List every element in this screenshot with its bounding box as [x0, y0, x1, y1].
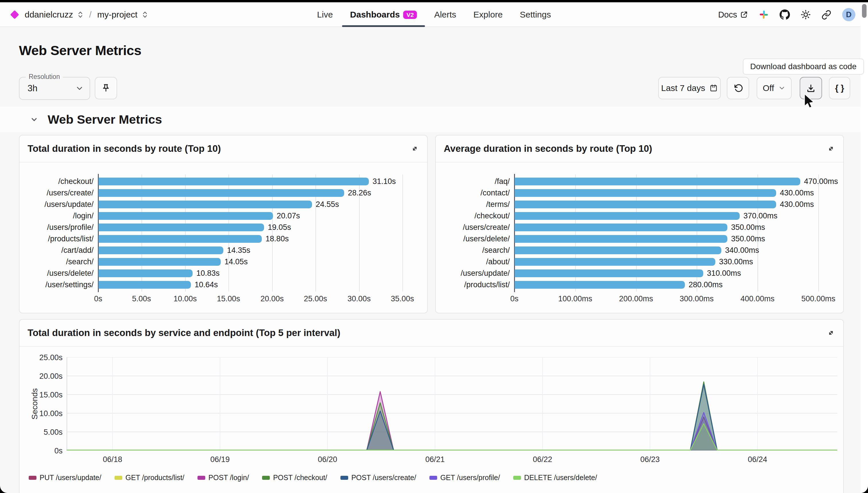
bar[interactable] — [99, 270, 193, 277]
legend-item[interactable]: GET /users/profile/ — [429, 473, 500, 482]
github-icon[interactable] — [780, 9, 790, 20]
bar-value-label: 20.07s — [277, 212, 300, 220]
project-switcher[interactable]: my-project — [97, 10, 137, 20]
area-chart-duration-timeseries[interactable]: Seconds25.00s20.00s15.00s10.00s5.00s0s06… — [27, 347, 836, 493]
resolution-value: 3h — [27, 83, 37, 93]
refresh-icon — [733, 84, 743, 93]
external-link-icon — [740, 10, 748, 19]
bar[interactable] — [515, 212, 740, 220]
legend-item[interactable]: POST /checkout/ — [262, 473, 327, 482]
bar[interactable] — [99, 235, 262, 243]
download-icon — [806, 84, 816, 93]
bar[interactable] — [99, 212, 273, 220]
area-series-3[interactable] — [67, 382, 837, 451]
bar[interactable] — [99, 258, 221, 266]
x-tick-label: 06/20 — [318, 455, 337, 464]
resolution-select[interactable]: Resolution 3h — [19, 77, 90, 100]
bar[interactable] — [515, 258, 715, 266]
pin-dashboard-button[interactable] — [95, 77, 117, 99]
legend-label: POST /users/create/ — [351, 473, 416, 482]
legend-item[interactable]: DELETE /users/delete/ — [513, 473, 597, 482]
expand-panel-icon[interactable] — [410, 144, 419, 153]
slack-icon[interactable] — [759, 10, 769, 20]
bar-chart-total-duration[interactable]: 0s5.00s10.00s15.00s20.00s25.00s30.00s35.… — [27, 163, 420, 313]
legend-item[interactable]: GET /products/list/ — [114, 473, 184, 482]
calendar-icon — [709, 84, 718, 92]
tab-settings[interactable]: Settings — [520, 2, 551, 27]
refresh-button[interactable] — [727, 77, 749, 99]
share-link-icon[interactable] — [822, 10, 831, 20]
legend-label: GET /products/list/ — [125, 473, 184, 482]
area-series-6[interactable] — [67, 424, 837, 451]
bar[interactable] — [515, 235, 727, 243]
bar[interactable] — [99, 281, 191, 289]
section-collapse-chevron-icon[interactable] — [29, 114, 39, 124]
x-tick-label: 06/22 — [533, 455, 552, 464]
bar[interactable] — [515, 246, 721, 254]
time-range-button[interactable]: Last 7 days — [658, 77, 721, 99]
bar[interactable] — [515, 270, 703, 277]
bar-value-label: 350.00ms — [731, 235, 765, 243]
bar-category-label: /contact/ — [442, 189, 510, 197]
org-switcher[interactable]: ddanielcruzz — [25, 10, 73, 20]
bar-category-label: /products/list/ — [26, 235, 93, 243]
bar-category-label: /faq/ — [442, 177, 510, 185]
panel-title: Average duration in seconds by route (To… — [444, 143, 652, 154]
pin-icon — [101, 83, 111, 93]
bar[interactable] — [99, 189, 344, 197]
x-tick-label: 06/19 — [210, 455, 230, 464]
bar-category-label: /users/update/ — [26, 200, 93, 208]
user-avatar[interactable]: D — [842, 8, 855, 21]
area-series-0[interactable] — [67, 417, 837, 451]
area-plot-area[interactable] — [67, 357, 837, 451]
legend-label: POST /login/ — [208, 473, 249, 482]
panel-header: Total duration in seconds by route (Top … — [20, 135, 427, 163]
x-tick-label: 15.00s — [217, 295, 240, 303]
project-switcher-chevrons-icon[interactable] — [142, 11, 148, 18]
area-series-2[interactable] — [67, 392, 837, 451]
bar[interactable] — [515, 189, 776, 197]
org-switcher-chevrons-icon[interactable] — [78, 11, 83, 18]
tab-alerts[interactable]: Alerts — [434, 2, 457, 27]
legend-swatch — [29, 476, 37, 480]
bar[interactable] — [99, 200, 312, 208]
scrollbar-thumb[interactable] — [862, 4, 867, 18]
bar[interactable] — [515, 281, 685, 289]
legend-item[interactable]: POST /users/create/ — [340, 473, 416, 482]
bar[interactable] — [515, 223, 727, 231]
bar-category-label: /about/ — [442, 258, 510, 266]
tab-explore[interactable]: Explore — [473, 2, 503, 27]
tab-live[interactable]: Live — [317, 2, 333, 27]
bar[interactable] — [99, 178, 369, 185]
expand-panel-icon[interactable] — [827, 144, 835, 153]
legend-swatch — [114, 476, 122, 480]
breadcrumb-divider: / — [89, 10, 91, 20]
bar-category-label: /terms/ — [442, 200, 510, 208]
tab-dashboards[interactable]: DashboardsV2 — [350, 2, 417, 27]
bar[interactable] — [99, 246, 223, 254]
bar-chart-average-duration[interactable]: 0s100.00ms200.00ms300.00ms400.00ms500.00… — [443, 163, 836, 313]
expand-panel-icon[interactable] — [827, 328, 835, 337]
download-tooltip: Download dashboard as code — [743, 59, 864, 74]
bar[interactable] — [515, 200, 776, 208]
dashboard-section-header[interactable]: Web Server Metrics — [0, 107, 861, 132]
bar-value-label: 31.10s — [373, 178, 396, 185]
bar-category-label: /users/delete/ — [26, 269, 93, 277]
y-tick-label: 0s — [27, 447, 63, 455]
x-tick-label: 06/18 — [103, 455, 122, 464]
bar-plot-area[interactable]: 0s5.00s10.00s15.00s20.00s25.00s30.00s35.… — [98, 176, 402, 291]
page-title: Web Server Metrics — [19, 42, 141, 58]
json-view-button[interactable]: { } — [829, 77, 850, 99]
bar[interactable] — [515, 178, 800, 185]
auto-refresh-select[interactable]: Off — [757, 77, 792, 99]
docs-link[interactable]: Docs — [718, 10, 748, 20]
theme-sun-icon[interactable] — [801, 10, 810, 20]
bar[interactable] — [99, 223, 264, 231]
bar-plot-area[interactable]: 0s100.00ms200.00ms300.00ms400.00ms500.00… — [514, 176, 818, 291]
app-window: ddanielcruzz / my-project Live Dashboard… — [0, 2, 868, 493]
x-tick-label: 06/24 — [748, 455, 767, 464]
legend-item[interactable]: POST /login/ — [197, 473, 249, 482]
legend-item[interactable]: PUT /users/update/ — [29, 473, 101, 482]
area-series-5[interactable] — [67, 412, 837, 451]
bar-value-label: 310.00ms — [707, 270, 741, 277]
